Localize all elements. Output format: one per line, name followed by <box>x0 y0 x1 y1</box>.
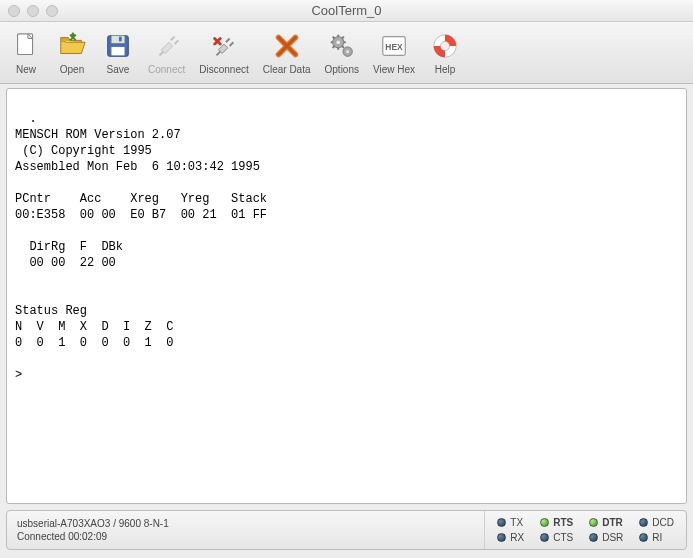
new-label: New <box>16 64 36 75</box>
led-indicator-icon <box>639 518 648 527</box>
svg-text:HEX: HEX <box>385 42 403 52</box>
status-port: usbserial-A703XAO3 / 9600 8-N-1 <box>17 518 474 529</box>
led-label: TX <box>510 517 523 528</box>
svg-line-25 <box>342 46 344 48</box>
file-new-icon <box>10 30 42 62</box>
svg-rect-3 <box>111 36 124 44</box>
svg-line-26 <box>332 46 334 48</box>
svg-line-8 <box>159 52 163 56</box>
led-label: RI <box>652 532 662 543</box>
disconnect-button[interactable]: Disconnect <box>199 30 248 75</box>
led-indicator-icon <box>540 533 549 542</box>
terminal-text: . MENSCH ROM Version 2.07 (C) Copyright … <box>15 112 267 382</box>
svg-line-24 <box>332 37 334 39</box>
svg-rect-5 <box>119 37 122 42</box>
svg-line-9 <box>226 39 230 43</box>
led-indicator-icon <box>540 518 549 527</box>
led-dtr[interactable]: DTR <box>589 517 623 528</box>
led-rts[interactable]: RTS <box>540 517 573 528</box>
led-label: DSR <box>602 532 623 543</box>
window-minimize-button[interactable] <box>27 5 39 17</box>
svg-line-11 <box>216 52 220 56</box>
new-button[interactable]: New <box>10 30 42 75</box>
window-close-button[interactable] <box>8 5 20 17</box>
titlebar: CoolTerm_0 <box>0 0 693 22</box>
led-ri: RI <box>639 532 674 543</box>
svg-line-10 <box>230 42 234 46</box>
open-button[interactable]: Open <box>56 30 88 75</box>
status-leds: TXRTSDTRDCDRXCTSDSRRI <box>484 511 686 549</box>
window-title: CoolTerm_0 <box>0 3 693 18</box>
clear-label: Clear Data <box>263 64 311 75</box>
led-label: CTS <box>553 532 573 543</box>
hex-icon: HEX <box>378 30 410 62</box>
plug-disconnect-icon <box>208 30 240 62</box>
svg-point-19 <box>336 40 340 44</box>
gears-icon <box>326 30 358 62</box>
led-indicator-icon <box>589 533 598 542</box>
viewhex-button[interactable]: HEXView Hex <box>373 30 415 75</box>
save-label: Save <box>107 64 130 75</box>
viewhex-label: View Hex <box>373 64 415 75</box>
help-button[interactable]: Help <box>429 30 461 75</box>
led-indicator-icon <box>497 518 506 527</box>
svg-line-27 <box>342 37 344 39</box>
svg-line-7 <box>174 40 178 44</box>
save-button[interactable]: Save <box>102 30 134 75</box>
led-label: RTS <box>553 517 573 528</box>
svg-point-29 <box>346 50 349 53</box>
floppy-save-icon <box>102 30 134 62</box>
led-dcd: DCD <box>639 517 674 528</box>
open-label: Open <box>60 64 84 75</box>
led-indicator-icon <box>639 533 648 542</box>
led-label: RX <box>510 532 524 543</box>
led-label: DCD <box>652 517 674 528</box>
window-zoom-button[interactable] <box>46 5 58 17</box>
led-dsr: DSR <box>589 532 623 543</box>
svg-point-33 <box>440 41 449 50</box>
status-bar: usbserial-A703XAO3 / 9600 8-N-1 Connecte… <box>6 510 687 550</box>
lifesaver-icon <box>429 30 461 62</box>
svg-line-6 <box>170 37 174 41</box>
terminal-output[interactable]: . MENSCH ROM Version 2.07 (C) Copyright … <box>6 88 687 504</box>
x-clear-icon <box>271 30 303 62</box>
help-label: Help <box>435 64 456 75</box>
led-indicator-icon <box>589 518 598 527</box>
led-label: DTR <box>602 517 623 528</box>
led-indicator-icon <box>497 533 506 542</box>
connect-label: Connect <box>148 64 185 75</box>
status-time: Connected 00:02:09 <box>17 531 474 542</box>
clear-button[interactable]: Clear Data <box>263 30 311 75</box>
connect-button: Connect <box>148 30 185 75</box>
svg-marker-1 <box>70 32 76 36</box>
toolbar: NewOpenSaveConnectDisconnectClear DataOp… <box>0 22 693 84</box>
led-rx: RX <box>497 532 524 543</box>
disconnect-label: Disconnect <box>199 64 248 75</box>
folder-open-icon <box>56 30 88 62</box>
options-label: Options <box>325 64 359 75</box>
options-button[interactable]: Options <box>325 30 359 75</box>
led-tx: TX <box>497 517 524 528</box>
svg-rect-4 <box>111 47 124 55</box>
led-cts: CTS <box>540 532 573 543</box>
plug-connect-icon <box>151 30 183 62</box>
status-connection: usbserial-A703XAO3 / 9600 8-N-1 Connecte… <box>7 511 484 549</box>
